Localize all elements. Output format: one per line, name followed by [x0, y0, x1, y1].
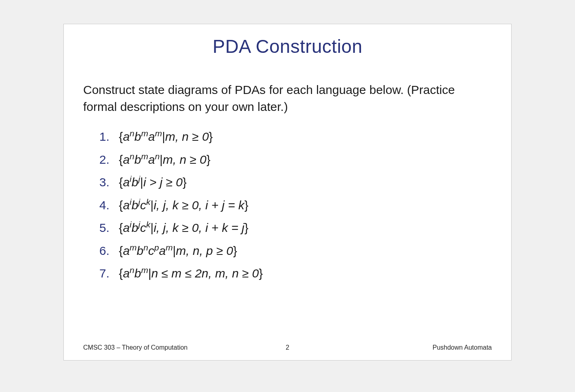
- list-item: {aibjck|i, j, k ≥ 0, i + k = j}: [99, 219, 492, 238]
- slide-title: PDA Construction: [64, 35, 511, 57]
- slide-body: Construct state diagrams of PDAs for eac…: [83, 81, 492, 283]
- list-item: {anbmam|m, n ≥ 0}: [99, 127, 492, 146]
- slide-footer: CMSC 303 – Theory of Computation 2 Pushd…: [83, 344, 492, 351]
- slide: PDA Construction Construct state diagram…: [63, 24, 512, 361]
- list-item: {ambncpam|m, n, p ≥ 0}: [99, 242, 492, 261]
- list-item: {aibjck|i, j, k ≥ 0, i + j = k}: [99, 196, 492, 215]
- problem-list: {anbmam|m, n ≥ 0} {anbman|m, n ≥ 0} {aib…: [83, 127, 492, 283]
- list-item: {anbman|m, n ≥ 0}: [99, 150, 492, 169]
- instructions-text: Construct state diagrams of PDAs for eac…: [83, 81, 492, 115]
- footer-page-number: 2: [83, 344, 492, 351]
- list-item: {anbm|n ≤ m ≤ 2n, m, n ≥ 0}: [99, 264, 492, 283]
- list-item: {aibj|i > j ≥ 0}: [99, 173, 492, 192]
